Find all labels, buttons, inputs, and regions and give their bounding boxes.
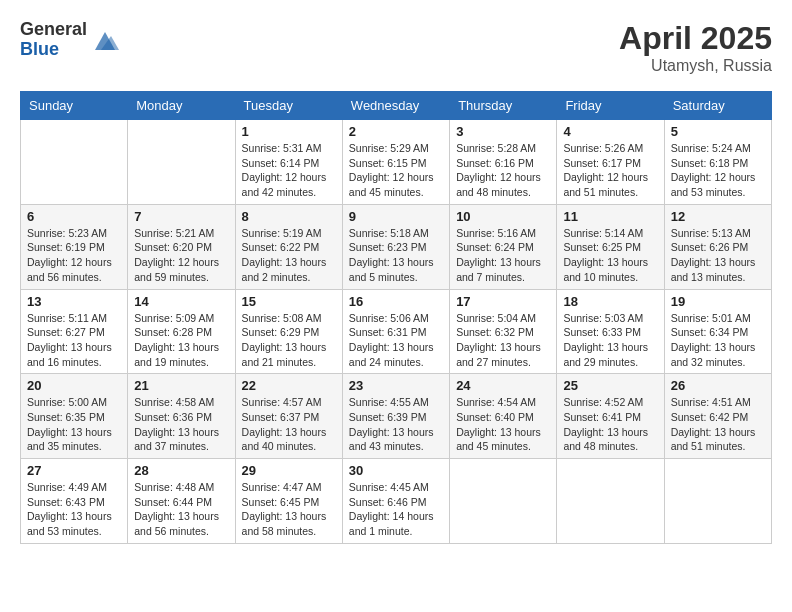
day-info: Sunrise: 4:48 AM Sunset: 6:44 PM Dayligh… (134, 480, 228, 539)
calendar-cell: 1Sunrise: 5:31 AM Sunset: 6:14 PM Daylig… (235, 120, 342, 205)
calendar-cell: 12Sunrise: 5:13 AM Sunset: 6:26 PM Dayli… (664, 204, 771, 289)
calendar-week-row: 1Sunrise: 5:31 AM Sunset: 6:14 PM Daylig… (21, 120, 772, 205)
calendar-cell: 11Sunrise: 5:14 AM Sunset: 6:25 PM Dayli… (557, 204, 664, 289)
calendar-cell: 27Sunrise: 4:49 AM Sunset: 6:43 PM Dayli… (21, 459, 128, 544)
day-info: Sunrise: 4:58 AM Sunset: 6:36 PM Dayligh… (134, 395, 228, 454)
day-info: Sunrise: 5:13 AM Sunset: 6:26 PM Dayligh… (671, 226, 765, 285)
calendar-cell: 26Sunrise: 4:51 AM Sunset: 6:42 PM Dayli… (664, 374, 771, 459)
month-title: April 2025 (619, 20, 772, 57)
day-number: 17 (456, 294, 550, 309)
day-number: 21 (134, 378, 228, 393)
day-number: 9 (349, 209, 443, 224)
calendar-cell: 25Sunrise: 4:52 AM Sunset: 6:41 PM Dayli… (557, 374, 664, 459)
day-info: Sunrise: 5:04 AM Sunset: 6:32 PM Dayligh… (456, 311, 550, 370)
calendar-cell: 4Sunrise: 5:26 AM Sunset: 6:17 PM Daylig… (557, 120, 664, 205)
day-number: 8 (242, 209, 336, 224)
day-info: Sunrise: 5:24 AM Sunset: 6:18 PM Dayligh… (671, 141, 765, 200)
calendar-week-row: 20Sunrise: 5:00 AM Sunset: 6:35 PM Dayli… (21, 374, 772, 459)
title-block: April 2025 Utamysh, Russia (619, 20, 772, 75)
day-info: Sunrise: 4:55 AM Sunset: 6:39 PM Dayligh… (349, 395, 443, 454)
calendar-cell (450, 459, 557, 544)
day-number: 19 (671, 294, 765, 309)
calendar-cell: 13Sunrise: 5:11 AM Sunset: 6:27 PM Dayli… (21, 289, 128, 374)
day-info: Sunrise: 5:11 AM Sunset: 6:27 PM Dayligh… (27, 311, 121, 370)
calendar-cell: 10Sunrise: 5:16 AM Sunset: 6:24 PM Dayli… (450, 204, 557, 289)
day-info: Sunrise: 5:31 AM Sunset: 6:14 PM Dayligh… (242, 141, 336, 200)
day-info: Sunrise: 5:16 AM Sunset: 6:24 PM Dayligh… (456, 226, 550, 285)
day-info: Sunrise: 4:52 AM Sunset: 6:41 PM Dayligh… (563, 395, 657, 454)
logo-general-text: General (20, 20, 87, 40)
calendar-cell: 6Sunrise: 5:23 AM Sunset: 6:19 PM Daylig… (21, 204, 128, 289)
day-info: Sunrise: 5:00 AM Sunset: 6:35 PM Dayligh… (27, 395, 121, 454)
day-number: 2 (349, 124, 443, 139)
calendar-cell: 3Sunrise: 5:28 AM Sunset: 6:16 PM Daylig… (450, 120, 557, 205)
day-number: 1 (242, 124, 336, 139)
day-number: 18 (563, 294, 657, 309)
calendar-day-header: Thursday (450, 92, 557, 120)
logo-blue-text: Blue (20, 40, 87, 60)
day-info: Sunrise: 5:08 AM Sunset: 6:29 PM Dayligh… (242, 311, 336, 370)
day-number: 24 (456, 378, 550, 393)
calendar-cell: 9Sunrise: 5:18 AM Sunset: 6:23 PM Daylig… (342, 204, 449, 289)
calendar-cell: 18Sunrise: 5:03 AM Sunset: 6:33 PM Dayli… (557, 289, 664, 374)
day-info: Sunrise: 5:01 AM Sunset: 6:34 PM Dayligh… (671, 311, 765, 370)
calendar-week-row: 27Sunrise: 4:49 AM Sunset: 6:43 PM Dayli… (21, 459, 772, 544)
page-header: General Blue April 2025 Utamysh, Russia (20, 20, 772, 75)
calendar-cell: 19Sunrise: 5:01 AM Sunset: 6:34 PM Dayli… (664, 289, 771, 374)
day-number: 30 (349, 463, 443, 478)
calendar-day-header: Wednesday (342, 92, 449, 120)
day-info: Sunrise: 5:23 AM Sunset: 6:19 PM Dayligh… (27, 226, 121, 285)
calendar-cell: 21Sunrise: 4:58 AM Sunset: 6:36 PM Dayli… (128, 374, 235, 459)
day-number: 28 (134, 463, 228, 478)
calendar-cell: 28Sunrise: 4:48 AM Sunset: 6:44 PM Dayli… (128, 459, 235, 544)
calendar-cell: 16Sunrise: 5:06 AM Sunset: 6:31 PM Dayli… (342, 289, 449, 374)
day-number: 26 (671, 378, 765, 393)
day-info: Sunrise: 4:49 AM Sunset: 6:43 PM Dayligh… (27, 480, 121, 539)
calendar-cell (557, 459, 664, 544)
day-number: 11 (563, 209, 657, 224)
day-number: 6 (27, 209, 121, 224)
calendar-cell: 7Sunrise: 5:21 AM Sunset: 6:20 PM Daylig… (128, 204, 235, 289)
day-number: 3 (456, 124, 550, 139)
calendar-cell: 5Sunrise: 5:24 AM Sunset: 6:18 PM Daylig… (664, 120, 771, 205)
calendar-cell: 24Sunrise: 4:54 AM Sunset: 6:40 PM Dayli… (450, 374, 557, 459)
day-info: Sunrise: 4:45 AM Sunset: 6:46 PM Dayligh… (349, 480, 443, 539)
calendar-week-row: 6Sunrise: 5:23 AM Sunset: 6:19 PM Daylig… (21, 204, 772, 289)
day-number: 10 (456, 209, 550, 224)
calendar-day-header: Sunday (21, 92, 128, 120)
calendar-week-row: 13Sunrise: 5:11 AM Sunset: 6:27 PM Dayli… (21, 289, 772, 374)
logo: General Blue (20, 20, 119, 60)
day-info: Sunrise: 5:09 AM Sunset: 6:28 PM Dayligh… (134, 311, 228, 370)
day-number: 20 (27, 378, 121, 393)
day-number: 7 (134, 209, 228, 224)
calendar-day-header: Tuesday (235, 92, 342, 120)
calendar-day-header: Friday (557, 92, 664, 120)
day-number: 15 (242, 294, 336, 309)
day-info: Sunrise: 5:18 AM Sunset: 6:23 PM Dayligh… (349, 226, 443, 285)
calendar-cell (21, 120, 128, 205)
calendar-cell: 22Sunrise: 4:57 AM Sunset: 6:37 PM Dayli… (235, 374, 342, 459)
calendar-cell: 17Sunrise: 5:04 AM Sunset: 6:32 PM Dayli… (450, 289, 557, 374)
calendar-header-row: SundayMondayTuesdayWednesdayThursdayFrid… (21, 92, 772, 120)
day-number: 27 (27, 463, 121, 478)
calendar-cell: 15Sunrise: 5:08 AM Sunset: 6:29 PM Dayli… (235, 289, 342, 374)
calendar-cell: 29Sunrise: 4:47 AM Sunset: 6:45 PM Dayli… (235, 459, 342, 544)
day-info: Sunrise: 5:19 AM Sunset: 6:22 PM Dayligh… (242, 226, 336, 285)
day-number: 29 (242, 463, 336, 478)
day-info: Sunrise: 4:54 AM Sunset: 6:40 PM Dayligh… (456, 395, 550, 454)
calendar-cell (128, 120, 235, 205)
day-info: Sunrise: 5:03 AM Sunset: 6:33 PM Dayligh… (563, 311, 657, 370)
day-number: 5 (671, 124, 765, 139)
day-info: Sunrise: 5:06 AM Sunset: 6:31 PM Dayligh… (349, 311, 443, 370)
day-info: Sunrise: 4:47 AM Sunset: 6:45 PM Dayligh… (242, 480, 336, 539)
calendar-table: SundayMondayTuesdayWednesdayThursdayFrid… (20, 91, 772, 544)
day-number: 16 (349, 294, 443, 309)
day-info: Sunrise: 5:21 AM Sunset: 6:20 PM Dayligh… (134, 226, 228, 285)
day-info: Sunrise: 5:28 AM Sunset: 6:16 PM Dayligh… (456, 141, 550, 200)
calendar-day-header: Saturday (664, 92, 771, 120)
day-number: 4 (563, 124, 657, 139)
day-number: 22 (242, 378, 336, 393)
day-number: 25 (563, 378, 657, 393)
calendar-cell: 14Sunrise: 5:09 AM Sunset: 6:28 PM Dayli… (128, 289, 235, 374)
day-number: 13 (27, 294, 121, 309)
